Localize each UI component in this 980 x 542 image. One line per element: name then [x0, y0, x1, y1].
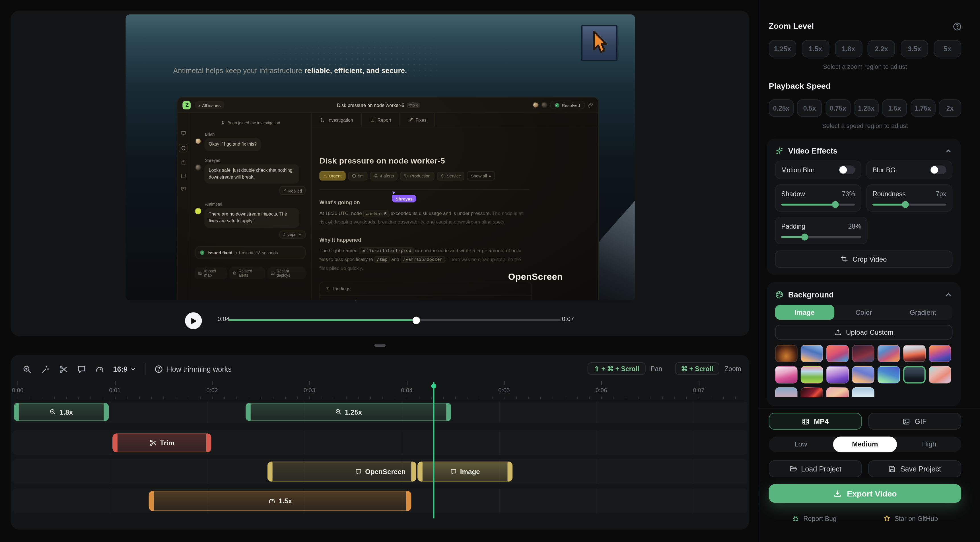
- text-segment-openscreen[interactable]: OpenScreen: [267, 461, 416, 482]
- quality-medium[interactable]: Medium: [833, 436, 897, 452]
- play-button[interactable]: [185, 312, 202, 329]
- playhead[interactable]: [433, 382, 434, 518]
- aspect-ratio-select[interactable]: 16:9: [113, 365, 136, 373]
- zoom-segment[interactable]: 1.8x: [14, 403, 109, 421]
- crop-video-button[interactable]: Crop Video: [775, 250, 953, 268]
- video-canvas[interactable]: Antimetal helps keep your infrastructure…: [126, 14, 635, 301]
- tab-report[interactable]: Report: [362, 113, 400, 127]
- roundness-slider[interactable]: [872, 204, 946, 206]
- scissors-icon[interactable]: [59, 365, 68, 374]
- segment-handle-left[interactable]: [267, 461, 273, 482]
- seek-bar[interactable]: [228, 319, 561, 321]
- recent-deploys-chip[interactable]: Recent deploys: [267, 267, 305, 279]
- resolved-badge[interactable]: ✓Resolved: [550, 101, 585, 109]
- background-thumbnail[interactable]: [775, 387, 798, 397]
- background-thumbnail[interactable]: [852, 345, 875, 362]
- upload-custom-button[interactable]: Upload Custom: [775, 325, 953, 340]
- background-thumbnail[interactable]: [929, 345, 951, 362]
- segment-handle-right[interactable]: [411, 461, 416, 482]
- speed-option[interactable]: 2x: [939, 99, 961, 117]
- monitor-icon[interactable]: [180, 130, 186, 136]
- comment-icon[interactable]: [180, 186, 186, 192]
- zoom-segment[interactable]: 1.25x: [245, 403, 451, 421]
- segment-handle-right[interactable]: [104, 403, 109, 421]
- speed-segment[interactable]: 1.5x: [149, 491, 412, 511]
- impact-map-chip[interactable]: Impact map: [195, 267, 227, 279]
- background-thumbnail[interactable]: [775, 345, 798, 362]
- panel-resize-handle[interactable]: [374, 344, 386, 347]
- tab-gradient[interactable]: Gradient: [893, 305, 952, 320]
- motion-blur-toggle[interactable]: [839, 165, 855, 174]
- background-thumbnail[interactable]: [826, 345, 849, 362]
- help-icon[interactable]: [952, 22, 962, 31]
- magic-wand-icon[interactable]: [41, 365, 50, 374]
- background-thumbnail[interactable]: [852, 387, 875, 397]
- seek-handle[interactable]: [413, 316, 420, 323]
- gauge-icon[interactable]: [95, 365, 105, 374]
- segment-handle-left[interactable]: [245, 403, 251, 421]
- background-thumbnail[interactable]: [929, 366, 951, 384]
- back-to-all-issues-chip[interactable]: ‹All issues: [195, 101, 224, 109]
- comment-icon[interactable]: [77, 365, 86, 374]
- zoom-option[interactable]: 3.5x: [900, 40, 928, 58]
- zoom-option[interactable]: 5x: [934, 40, 961, 58]
- padding-slider[interactable]: [781, 236, 861, 238]
- segment-handle-right[interactable]: [206, 433, 212, 452]
- speed-option[interactable]: 0.5x: [797, 99, 822, 117]
- blur-bg-toggle[interactable]: [930, 165, 946, 174]
- speed-option[interactable]: 1.25x: [854, 99, 879, 117]
- speed-option[interactable]: 0.75x: [826, 99, 851, 117]
- steps-badge[interactable]: 4 steps: [280, 230, 305, 239]
- zoom-in-icon[interactable]: [22, 365, 32, 374]
- background-thumbnail[interactable]: [801, 345, 823, 362]
- zoom-option[interactable]: 1.25x: [769, 40, 797, 58]
- format-mp4-button[interactable]: MP4: [769, 413, 862, 429]
- shadow-slider[interactable]: [781, 204, 855, 206]
- segment-handle-right[interactable]: [446, 403, 451, 421]
- chevron-up-icon[interactable]: [945, 291, 953, 299]
- background-thumbnail[interactable]: [852, 366, 875, 384]
- book-icon[interactable]: [180, 173, 186, 179]
- background-thumbnail[interactable]: [878, 345, 900, 362]
- background-thumbnail[interactable]: [826, 366, 849, 384]
- quality-high[interactable]: High: [897, 436, 961, 452]
- zoom-option[interactable]: 2.2x: [868, 40, 896, 58]
- background-thumbnail[interactable]: [801, 387, 823, 397]
- background-thumbnail[interactable]: [826, 387, 849, 397]
- related-alerts-chip[interactable]: Related alerts: [229, 267, 265, 279]
- tab-fixes[interactable]: Fixes: [400, 113, 435, 127]
- segment-handle-right[interactable]: [406, 491, 412, 511]
- chevron-up-icon[interactable]: [945, 147, 953, 155]
- clipboard-icon[interactable]: [180, 160, 186, 165]
- link-icon[interactable]: [588, 102, 593, 108]
- trim-segment[interactable]: Trim: [112, 433, 211, 452]
- zoom-option[interactable]: 1.5x: [802, 40, 829, 58]
- zoom-option[interactable]: 1.8x: [835, 40, 862, 58]
- star-on-github-link[interactable]: Star on GitHub: [883, 515, 938, 522]
- background-thumbnail[interactable]: [775, 366, 798, 384]
- background-thumbnail[interactable]: [903, 345, 926, 362]
- segment-handle-left[interactable]: [14, 403, 19, 421]
- segment-handle-left[interactable]: [149, 491, 154, 511]
- show-all-tag[interactable]: Show all▸: [467, 171, 495, 181]
- background-thumbnail[interactable]: [801, 366, 823, 384]
- tab-color[interactable]: Color: [834, 305, 894, 320]
- format-gif-button[interactable]: GIF: [868, 413, 961, 429]
- background-thumbnail-selected[interactable]: [903, 366, 926, 384]
- active-rail-item[interactable]: [179, 144, 188, 152]
- how-trimming-works-link[interactable]: How trimming works: [154, 365, 232, 374]
- segment-handle-right[interactable]: [508, 461, 513, 482]
- tab-investigation[interactable]: Investigation: [312, 113, 362, 127]
- save-project-button[interactable]: Save Project: [868, 460, 961, 477]
- segment-handle-left[interactable]: [417, 461, 423, 482]
- report-bug-link[interactable]: Report Bug: [792, 515, 837, 522]
- load-project-button[interactable]: Load Project: [769, 460, 862, 477]
- export-video-button[interactable]: Export Video: [769, 484, 961, 503]
- text-segment-image[interactable]: Image: [417, 461, 512, 482]
- speed-option[interactable]: 1.75x: [910, 99, 935, 117]
- speed-option[interactable]: 0.25x: [769, 99, 794, 117]
- quality-low[interactable]: Low: [769, 436, 833, 452]
- segment-handle-left[interactable]: [112, 433, 118, 452]
- speed-option[interactable]: 1.5x: [882, 99, 907, 117]
- tab-image[interactable]: Image: [775, 305, 834, 320]
